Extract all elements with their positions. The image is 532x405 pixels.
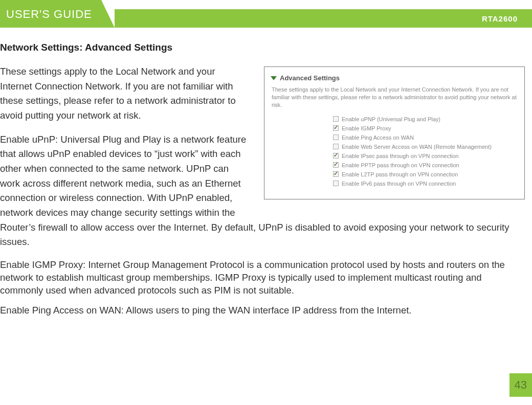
- checkbox-icon[interactable]: [333, 134, 339, 140]
- option-row: Enable L2TP pass through on VPN connecti…: [333, 171, 518, 177]
- option-row: Enable Ping Access on WAN: [333, 134, 518, 141]
- checkbox-icon[interactable]: [333, 153, 339, 159]
- option-label: Enable IPsec pass through on VPN connect…: [342, 153, 459, 159]
- option-label: Enable IGMP Proxy: [342, 125, 391, 131]
- model-bar: RTA2600: [115, 9, 532, 28]
- checkbox-icon[interactable]: [333, 144, 339, 149]
- checkbox-icon[interactable]: [333, 181, 339, 186]
- guide-title-tab: USER'S GUIDE: [0, 0, 101, 28]
- igmp-paragraph: Enable IGMP Proxy: Internet Group Manage…: [0, 259, 525, 297]
- option-row: Enable IGMP Proxy: [333, 125, 518, 131]
- screenshot-description: These settings apply to the Local Networ…: [272, 86, 518, 109]
- ping-paragraph: Enable Ping Access on WAN: Allows users …: [0, 304, 525, 317]
- page-header: USER'S GUIDE RTA2600: [0, 0, 532, 28]
- option-row: Enable IPsec pass through on VPN connect…: [333, 153, 518, 159]
- screenshot-options: Enable uPNP (Universal Plug and Play)Ena…: [272, 116, 518, 187]
- option-label: Enable PPTP pass through on VPN connecti…: [342, 162, 459, 168]
- option-row: Enable PPTP pass through on VPN connecti…: [333, 162, 518, 168]
- option-label: Enable L2TP pass through on VPN connecti…: [342, 171, 458, 177]
- option-label: Enable IPv6 pass through on VPN connecti…: [342, 181, 456, 187]
- page-number: 43: [509, 373, 532, 397]
- model-label: RTA2600: [482, 14, 518, 23]
- checkbox-icon[interactable]: [333, 125, 339, 131]
- option-label: Enable Ping Access on WAN: [342, 134, 414, 141]
- section-title: Network Settings: Advanced Settings: [0, 42, 525, 53]
- checkbox-icon[interactable]: [333, 116, 339, 122]
- expand-arrow-icon: [271, 76, 277, 80]
- screenshot-title-row: Advanced Settings: [272, 74, 518, 82]
- checkbox-icon[interactable]: [333, 171, 339, 177]
- screenshot-title: Advanced Settings: [280, 74, 340, 82]
- option-label: Enable uPNP (Universal Plug and Play): [342, 116, 440, 122]
- option-row: Enable IPv6 pass through on VPN connecti…: [333, 181, 518, 187]
- option-label: Enable Web Server Access on WAN (Remote …: [342, 144, 492, 150]
- guide-title: USER'S GUIDE: [6, 8, 92, 21]
- page-content: Network Settings: Advanced Settings Adva…: [0, 28, 532, 317]
- checkbox-icon[interactable]: [333, 162, 339, 168]
- body-row: Advanced Settings These settings apply t…: [0, 64, 525, 317]
- settings-screenshot: Advanced Settings These settings apply t…: [264, 66, 525, 199]
- option-row: Enable Web Server Access on WAN (Remote …: [333, 144, 518, 150]
- option-row: Enable uPNP (Universal Plug and Play): [333, 116, 518, 122]
